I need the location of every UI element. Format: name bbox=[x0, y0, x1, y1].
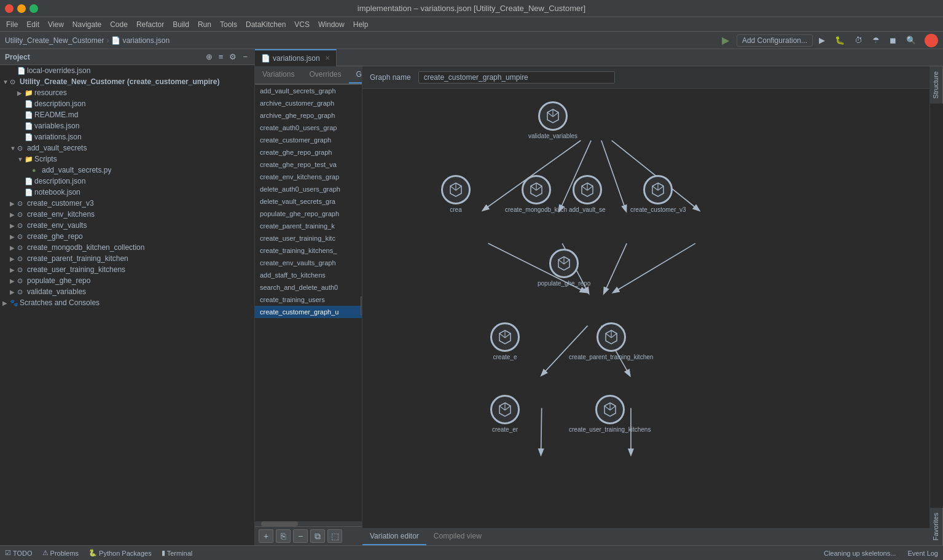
minimize-button[interactable] bbox=[17, 4, 26, 13]
var-item[interactable]: archive_ghe_repo_graph bbox=[255, 109, 362, 122]
var-item[interactable]: populate_ghe_repo_graph bbox=[255, 208, 362, 220]
var-item[interactable]: add_vault_secrets_graph bbox=[255, 85, 362, 97]
tree-item-local-overrides[interactable]: 📄 local-overrides.json bbox=[0, 65, 254, 76]
tree-item-variations-json[interactable]: 📄 variations.json bbox=[0, 131, 254, 142]
run-button[interactable]: ▶ bbox=[815, 34, 829, 46]
graph-node-add-vault[interactable]: add_vault_se bbox=[569, 175, 606, 213]
add-variation-btn[interactable]: + bbox=[259, 529, 273, 543]
tree-item-create-env-vaults[interactable]: ▶ ⊙ create_env_vaults bbox=[0, 220, 254, 231]
menu-window[interactable]: Window bbox=[315, 19, 348, 30]
var-item[interactable]: delete_vault_secrets_gra bbox=[255, 195, 362, 208]
remove-variation-btn[interactable]: − bbox=[293, 529, 308, 543]
var-item[interactable]: create_customer_graph bbox=[255, 134, 362, 146]
graph-node-create-user-training[interactable]: create_user_training_kitchens bbox=[569, 395, 651, 433]
debug-button[interactable]: 🐛 bbox=[831, 34, 848, 46]
statusbar-python-packages[interactable]: 🐍 Python Packages bbox=[88, 549, 152, 557]
var-item[interactable]: archive_customer_graph bbox=[255, 97, 362, 109]
stop-button[interactable]: ◼ bbox=[886, 34, 900, 46]
graph-node-populate[interactable]: populate_ghe_repo bbox=[538, 249, 590, 287]
menu-code[interactable]: Code bbox=[106, 19, 131, 30]
close-button[interactable] bbox=[5, 4, 14, 13]
maximize-button[interactable] bbox=[29, 4, 38, 13]
graph-node-validate-variables[interactable]: validate_variables bbox=[528, 101, 577, 139]
coverage-button[interactable]: ☂ bbox=[869, 34, 883, 46]
var-item[interactable]: delete_auth0_users_graph bbox=[255, 183, 362, 195]
var-item-selected[interactable]: create_customer_graph_u bbox=[255, 306, 362, 318]
add-config-button[interactable]: Add Configuration... bbox=[737, 34, 813, 47]
breadcrumb-file[interactable]: variations.json bbox=[122, 36, 170, 45]
tree-item-description[interactable]: 📄 description.json bbox=[0, 98, 254, 109]
tree-item-desc2[interactable]: 📄 description.json bbox=[0, 176, 254, 187]
sidebar-settings-btn[interactable]: ⚙ bbox=[227, 52, 238, 62]
vertical-tab-favorites[interactable]: Favorites bbox=[930, 508, 943, 545]
var-item[interactable]: create_user_training_kitc bbox=[255, 232, 362, 244]
menu-help[interactable]: Help bbox=[350, 19, 372, 30]
var-item[interactable]: create_ghe_repo_test_va bbox=[255, 158, 362, 171]
tab-variations[interactable]: Variations bbox=[255, 66, 302, 84]
menu-file[interactable]: File bbox=[2, 19, 22, 30]
sidebar-collapse-btn[interactable]: ≡ bbox=[217, 52, 225, 62]
menu-tools[interactable]: Tools bbox=[216, 19, 241, 30]
var-item[interactable]: create_env_kitchens_grap bbox=[255, 171, 362, 183]
template-btn[interactable]: ⬚ bbox=[327, 529, 342, 543]
statusbar-todo[interactable]: ☑ TODO bbox=[5, 549, 33, 557]
vertical-tab-structure[interactable]: Structure bbox=[930, 66, 943, 104]
tree-item-validate-variables[interactable]: ▶ ⊙ validate_variables bbox=[0, 286, 254, 297]
sidebar-close-btn[interactable]: − bbox=[241, 52, 249, 62]
profile-button[interactable]: ⏱ bbox=[851, 34, 866, 46]
graph-node-create-e[interactable]: create_e bbox=[490, 322, 520, 360]
var-item[interactable]: create_training_users bbox=[255, 294, 362, 306]
menu-view[interactable]: View bbox=[44, 19, 68, 30]
duplicate-btn[interactable]: ⧉ bbox=[310, 529, 325, 543]
graph-node-mongodb[interactable]: create_mongodb_kitch bbox=[505, 175, 567, 213]
statusbar-terminal[interactable]: ▮ Terminal bbox=[162, 549, 193, 557]
tree-item-utility-root[interactable]: ▼ ⊙ Utility_Create_New_Customer (create_… bbox=[0, 76, 254, 87]
menu-build[interactable]: Build bbox=[169, 19, 193, 30]
var-item[interactable]: create_env_vaults_graph bbox=[255, 257, 362, 269]
graph-node-create-customer-v3[interactable]: create_customer_v3 bbox=[630, 175, 686, 213]
tree-item-notebook[interactable]: 📄 notebook.json bbox=[0, 187, 254, 198]
var-item[interactable]: search_and_delete_auth0 bbox=[255, 281, 362, 294]
statusbar-problems[interactable]: ⚠ Problems bbox=[42, 549, 79, 557]
tree-item-scratches[interactable]: ▶ 🐾 Scratches and Consoles bbox=[0, 297, 254, 308]
var-item[interactable]: create_ghe_repo_graph bbox=[255, 146, 362, 158]
sidebar-add-btn[interactable]: ⊕ bbox=[204, 52, 214, 62]
tab-variations-json[interactable]: 📄 variations.json ✕ bbox=[255, 49, 337, 66]
var-item[interactable]: create_training_kitchens_ bbox=[255, 244, 362, 257]
menu-refactor[interactable]: Refactor bbox=[133, 19, 168, 30]
var-item[interactable]: create_auth0_users_grap bbox=[255, 122, 362, 134]
search-button[interactable]: 🔍 bbox=[902, 34, 920, 46]
tree-item-scripts[interactable]: ▼ 📁 Scripts bbox=[0, 154, 254, 165]
tree-item-variables[interactable]: 📄 variables.json bbox=[0, 120, 254, 131]
tree-item-add-vault-py[interactable]: ● add_vault_secrets.py bbox=[0, 165, 254, 176]
copy-variation-btn[interactable]: ⎘ bbox=[276, 529, 291, 543]
tree-item-add-vault[interactable]: ▼ ⊙ add_vault_secrets bbox=[0, 142, 254, 154]
graph-node-crea[interactable]: crea bbox=[441, 175, 471, 213]
bottom-tab-variation-editor[interactable]: Variation editor bbox=[362, 528, 426, 545]
menu-edit[interactable]: Edit bbox=[23, 19, 43, 30]
tree-item-populate-ghe[interactable]: ▶ ⊙ populate_ghe_repo bbox=[0, 275, 254, 286]
tree-item-readme[interactable]: 📄 README.md bbox=[0, 109, 254, 120]
var-item[interactable]: create_parent_training_k bbox=[255, 220, 362, 232]
menu-datakitchen[interactable]: DataKitchen bbox=[242, 19, 289, 30]
menu-vcs[interactable]: VCS bbox=[291, 19, 313, 30]
tree-item-create-user-training[interactable]: ▶ ⊙ create_user_training_kitchens bbox=[0, 264, 254, 275]
graph-node-create-er[interactable]: create_er bbox=[490, 395, 520, 433]
scrollbar-thumb[interactable] bbox=[261, 521, 298, 526]
graph-node-create-parent[interactable]: create_parent_training_kitchen bbox=[569, 322, 653, 360]
tab-overrides[interactable]: Overrides bbox=[302, 66, 348, 84]
tree-item-create-parent[interactable]: ▶ ⊙ create_parent_training_kitchen bbox=[0, 253, 254, 264]
bottom-tab-compiled[interactable]: Compiled view bbox=[426, 528, 489, 545]
tree-item-create-mongodb[interactable]: ▶ ⊙ create_mongodb_kitchen_collection bbox=[0, 242, 254, 253]
menu-run[interactable]: Run bbox=[194, 19, 215, 30]
tab-close-btn[interactable]: ✕ bbox=[325, 55, 330, 61]
h-scrollbar[interactable] bbox=[255, 521, 362, 526]
event-log-link[interactable]: Event Log bbox=[907, 550, 938, 557]
menu-navigate[interactable]: Navigate bbox=[69, 19, 105, 30]
var-item[interactable]: add_staff_to_kitchens bbox=[255, 269, 362, 281]
tree-item-resources[interactable]: ▶ 📁 resources bbox=[0, 87, 254, 98]
tree-item-create-customer-v3[interactable]: ▶ ⊙ create_customer_v3 bbox=[0, 198, 254, 209]
tree-item-create-env-kitchens[interactable]: ▶ ⊙ create_env_kitchens bbox=[0, 209, 254, 220]
tree-item-create-ghe-repo[interactable]: ▶ ⊙ create_ghe_repo bbox=[0, 231, 254, 242]
tab-graphs[interactable]: Graphs bbox=[349, 66, 363, 84]
